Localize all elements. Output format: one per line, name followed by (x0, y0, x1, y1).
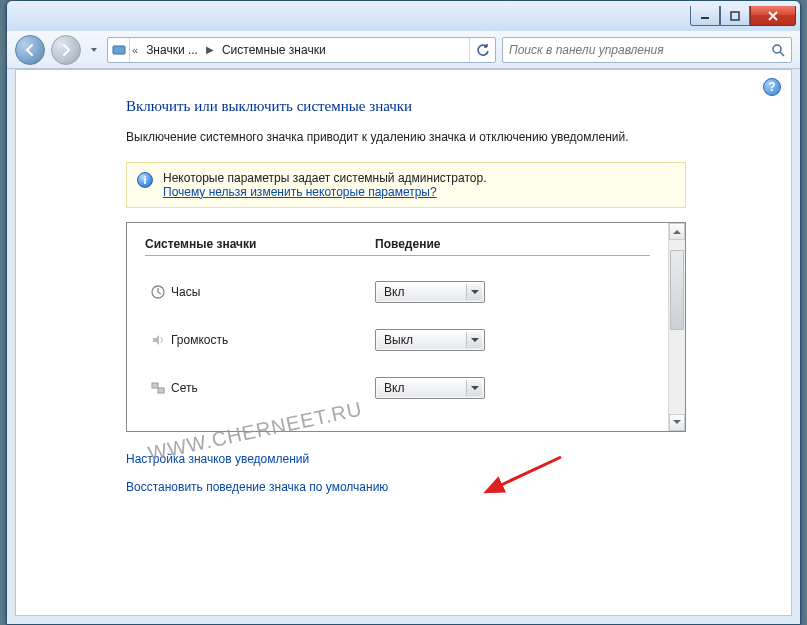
clock-behavior-select[interactable]: Вкл (375, 281, 485, 303)
help-icon[interactable]: ? (763, 78, 781, 96)
svg-line-4 (780, 52, 784, 56)
list-scrollbar[interactable] (668, 223, 685, 431)
search-input[interactable] (503, 43, 765, 57)
scroll-down-button[interactable] (669, 414, 685, 431)
clock-icon (145, 284, 171, 300)
system-icons-list: Системные значки Поведение Часы Вкл (126, 222, 686, 432)
svg-point-3 (773, 45, 781, 53)
table-row: Часы Вкл (145, 268, 650, 316)
scroll-track[interactable] (669, 240, 685, 414)
search-box[interactable] (502, 37, 792, 63)
chevron-down-icon (466, 332, 482, 348)
scroll-thumb[interactable] (670, 250, 684, 330)
svg-rect-2 (113, 46, 125, 54)
scroll-up-button[interactable] (669, 223, 685, 240)
breadcrumb-overflow-icon[interactable]: « (130, 44, 140, 56)
volume-icon (145, 332, 171, 348)
volume-behavior-select[interactable]: Выкл (375, 329, 485, 351)
row-label-volume: Громкость (171, 333, 375, 347)
customize-icons-link[interactable]: Настройка значков уведомлений (126, 452, 751, 466)
chevron-right-icon[interactable]: ▶ (204, 44, 216, 55)
svg-rect-6 (152, 383, 158, 388)
admin-info-bar: i Некоторые параметры задает системный а… (126, 162, 686, 208)
titlebar (7, 1, 800, 31)
address-bar[interactable]: « Значки ... ▶ Системные значки (107, 37, 496, 63)
refresh-button[interactable] (469, 38, 495, 62)
infobar-link[interactable]: Почему нельзя изменить некоторые парамет… (163, 185, 437, 199)
table-row: Сеть Вкл (145, 364, 650, 412)
svg-rect-1 (731, 12, 739, 20)
svg-rect-7 (158, 388, 164, 393)
network-icon (145, 380, 171, 396)
forward-button[interactable] (51, 35, 81, 65)
column-header-name: Системные значки (145, 237, 375, 251)
client-area: ? Включить или выключить системные значк… (15, 69, 792, 616)
restore-defaults-link[interactable]: Восстановить поведение значка по умолчан… (126, 480, 751, 494)
infobar-text: Некоторые параметры задает системный адм… (163, 171, 486, 185)
minimize-button[interactable] (690, 6, 720, 26)
page-description: Выключение системного значка приводит к … (126, 129, 686, 146)
chevron-down-icon (466, 284, 482, 300)
breadcrumb-level1[interactable]: Значки ... (140, 43, 204, 57)
breadcrumb-level2[interactable]: Системные значки (216, 43, 332, 57)
maximize-button[interactable] (720, 6, 750, 26)
close-button[interactable] (750, 6, 796, 26)
row-label-network: Сеть (171, 381, 375, 395)
network-behavior-select[interactable]: Вкл (375, 377, 485, 399)
window-frame: « Значки ... ▶ Системные значки ? Включи… (6, 0, 801, 625)
table-row: Громкость Выкл (145, 316, 650, 364)
chevron-down-icon (466, 380, 482, 396)
info-icon: i (137, 172, 153, 188)
svg-rect-0 (701, 17, 709, 19)
nav-history-dropdown[interactable] (87, 35, 101, 65)
page-title: Включить или выключить системные значки (126, 98, 751, 115)
control-panel-icon (108, 38, 130, 62)
back-button[interactable] (15, 35, 45, 65)
search-icon[interactable] (765, 43, 791, 57)
column-header-behavior: Поведение (375, 237, 440, 251)
row-label-clock: Часы (171, 285, 375, 299)
navigation-bar: « Значки ... ▶ Системные значки (7, 31, 800, 69)
